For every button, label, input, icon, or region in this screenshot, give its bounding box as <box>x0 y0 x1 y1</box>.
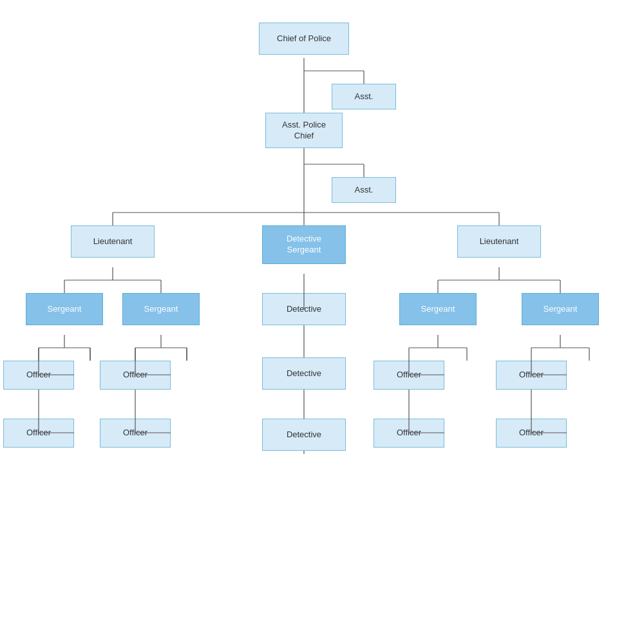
officer-rl1-node: Officer <box>374 361 444 390</box>
asst-police-chief-node: Asst. PoliceChief <box>265 113 343 148</box>
sergeant-rl-node: Sergeant <box>399 293 477 325</box>
detective2-node: Detective <box>262 357 346 390</box>
chief-of-police-node: Chief of Police <box>259 23 349 55</box>
officer-ll2-node: Officer <box>3 419 74 448</box>
org-chart: Chief of Police Asst. Asst. PoliceChief … <box>0 0 644 644</box>
lieutenant-right-node: Lieutenant <box>457 225 541 258</box>
officer-rr1-node: Officer <box>496 361 567 390</box>
officer-rr2-node: Officer <box>496 419 567 448</box>
asst2-node: Asst. <box>332 177 396 203</box>
detective1-node: Detective <box>262 293 346 325</box>
officer-rl2-node: Officer <box>374 419 444 448</box>
detective3-node: Detective <box>262 419 346 451</box>
sergeant-ll-node: Sergeant <box>26 293 103 325</box>
officer-ll1-node: Officer <box>3 361 74 390</box>
lieutenant-left-node: Lieutenant <box>71 225 155 258</box>
sergeant-lr-node: Sergeant <box>122 293 200 325</box>
asst1-node: Asst. <box>332 84 396 109</box>
officer-lr1-node: Officer <box>100 361 171 390</box>
detective-sergeant-node: DetectiveSergeant <box>262 225 346 264</box>
sergeant-rr-node: Sergeant <box>522 293 599 325</box>
officer-lr2-node: Officer <box>100 419 171 448</box>
